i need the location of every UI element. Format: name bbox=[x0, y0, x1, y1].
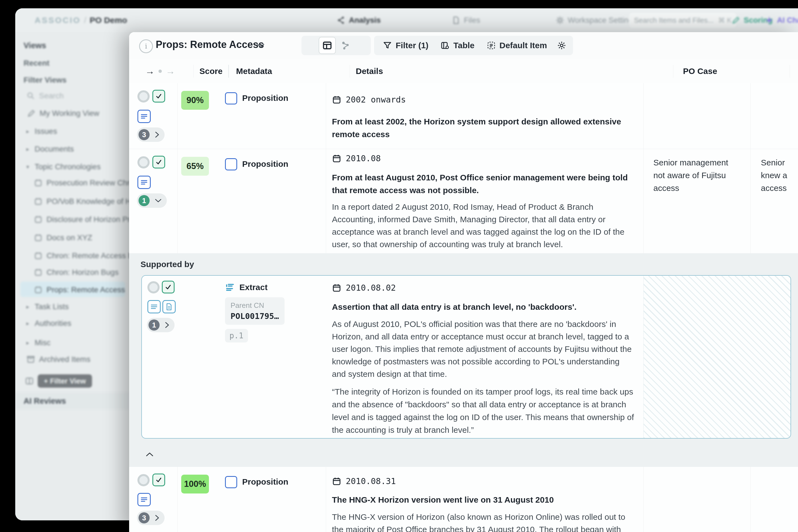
nav-workspace-settings[interactable]: Workspace Settings bbox=[555, 8, 637, 32]
column-header-po-case[interactable]: PO Case bbox=[673, 65, 790, 78]
sidebar-section-label: Authorities bbox=[35, 319, 71, 328]
document-icon[interactable] bbox=[163, 300, 176, 314]
checked-checkbox-icon[interactable] bbox=[162, 281, 174, 293]
status-circle-icon[interactable] bbox=[147, 281, 159, 293]
row-pm-case-cell[interactable]: Senior knew a access bbox=[750, 149, 798, 253]
links-badge[interactable]: 3 bbox=[137, 128, 165, 142]
chevron-down-icon bbox=[154, 197, 163, 204]
sidebar-section-misc[interactable]: ▸ Misc bbox=[26, 338, 51, 347]
score-badge[interactable]: 90% bbox=[181, 91, 209, 110]
collapse-supported-button[interactable] bbox=[144, 449, 155, 460]
arrow-right-icon[interactable]: → bbox=[145, 66, 155, 76]
sidebar-item-chron-6-selected[interactable]: Props: Remote Access bbox=[34, 285, 125, 294]
sidebar-item-archived[interactable]: Archived Items bbox=[26, 355, 90, 364]
proposition-checkbox[interactable] bbox=[225, 158, 237, 170]
links-badge[interactable]: 1 bbox=[147, 318, 174, 332]
checked-checkbox-icon[interactable] bbox=[152, 90, 165, 102]
links-badge-expanded[interactable]: 1 bbox=[137, 193, 167, 208]
chronology-icon bbox=[34, 251, 43, 260]
sidebar: Views Recent Filter Views Search My Work… bbox=[15, 32, 129, 520]
nav-files[interactable]: Files bbox=[452, 8, 480, 32]
notes-icon[interactable] bbox=[137, 493, 151, 506]
sidebar-search[interactable]: Search bbox=[26, 92, 64, 100]
column-header-metadata[interactable]: Metadata bbox=[228, 65, 350, 78]
hatched-na-area bbox=[643, 276, 791, 438]
page-chip[interactable]: p.1 bbox=[225, 329, 248, 342]
extract-type: Extract bbox=[225, 282, 268, 292]
search-icon bbox=[26, 92, 35, 100]
info-icon[interactable]: i bbox=[139, 39, 153, 53]
sidebar-section-authorities[interactable]: ▸ Authorities bbox=[26, 319, 71, 328]
column-header-pm-case[interactable]: PM Case bbox=[790, 65, 798, 78]
row-date: 2002 onwards bbox=[346, 95, 406, 104]
chevron-up-icon bbox=[145, 451, 154, 457]
arrow-right-muted-icon[interactable]: → bbox=[166, 66, 175, 76]
archive-box-icon bbox=[26, 355, 35, 364]
sidebar-item-filter-views[interactable]: Filter Views bbox=[23, 76, 66, 84]
sidebar-item-chron-0[interactable]: Prosecution Review Chron bbox=[34, 178, 138, 187]
table-view-toggle[interactable] bbox=[319, 37, 336, 54]
notes-icon[interactable] bbox=[137, 110, 151, 123]
screen: ASSOCIO / PO Demo Analysis Files Workspa… bbox=[0, 0, 798, 532]
status-circle-icon[interactable] bbox=[137, 156, 150, 169]
extract-type-label: Extract bbox=[240, 283, 268, 292]
status-circle-icon[interactable] bbox=[137, 90, 150, 102]
graph-nodes-icon bbox=[341, 40, 350, 51]
column-header-details[interactable]: Details bbox=[350, 65, 673, 78]
sidebar-header-ai-reviews[interactable]: AI Reviews bbox=[23, 397, 66, 406]
checked-checkbox-icon[interactable] bbox=[152, 474, 165, 486]
sidebar-section-topic-chronologies[interactable]: ▾ Topic Chronologies bbox=[26, 163, 100, 171]
row-pm-case-cell[interactable] bbox=[750, 467, 798, 532]
proposition-checkbox[interactable] bbox=[225, 476, 237, 488]
row-details-cell[interactable]: 2010.08 From at least August 2010, Post … bbox=[326, 149, 643, 253]
default-item-button[interactable]: Default Item bbox=[481, 36, 553, 55]
notes-icon[interactable] bbox=[147, 300, 161, 314]
panel-settings-button[interactable] bbox=[553, 36, 570, 55]
table-settings-button[interactable]: Table bbox=[435, 36, 480, 55]
sidebar-header-views: Views bbox=[23, 41, 46, 50]
score-badge[interactable]: 100% bbox=[181, 475, 209, 493]
search-input[interactable]: Search Items and Files... ⌘ K bbox=[629, 13, 737, 28]
add-filter-view-button[interactable]: + Filter View bbox=[38, 374, 92, 388]
proposition-checkbox[interactable] bbox=[225, 92, 237, 104]
table-row[interactable]: 3 90% Proposition 2002 onwards Fro bbox=[129, 83, 798, 149]
row-details-cell[interactable]: 2010.08.31 The HNG-X Horizon version wen… bbox=[326, 467, 643, 532]
sidebar-item-working-view[interactable]: My Working View bbox=[27, 109, 99, 118]
row-po-case-cell[interactable] bbox=[643, 83, 750, 149]
table-row[interactable]: 3 100% Proposition 2010.08.31 The bbox=[129, 467, 798, 532]
row-details-cell[interactable]: 2002 onwards From at least 2002, the Hor… bbox=[326, 83, 643, 149]
sidebar-item-recent[interactable]: Recent bbox=[23, 59, 49, 68]
row-pm-case-cell[interactable] bbox=[750, 83, 798, 149]
sidebar-item-chron-3[interactable]: Docs on XYZ bbox=[34, 233, 92, 242]
row-po-case-cell[interactable]: Senior management not aware of Fujitsu a… bbox=[643, 149, 750, 253]
panel-title[interactable]: Props: Remote Access bbox=[156, 39, 264, 51]
global-search[interactable]: Search Items and Files... ⌘ K bbox=[629, 8, 737, 32]
score-badge[interactable]: 65% bbox=[181, 157, 209, 176]
sidebar-section-label: Task Lists bbox=[35, 302, 69, 311]
triangle-right-icon: ▸ bbox=[26, 303, 31, 310]
sidebar-item-chron-5[interactable]: Chron: Horizon Bugs bbox=[34, 268, 119, 277]
graph-view-toggle[interactable] bbox=[338, 37, 354, 54]
app-logo[interactable]: ASSOCIO / PO Demo bbox=[35, 8, 127, 32]
checked-checkbox-icon[interactable] bbox=[152, 156, 165, 169]
sidebar-item-chron-4[interactable]: Chron: Remote Access Evid bbox=[34, 251, 143, 260]
sidebar-search-placeholder: Search bbox=[39, 92, 64, 100]
nav-analysis[interactable]: Analysis bbox=[337, 8, 381, 32]
row-po-case-cell[interactable] bbox=[643, 467, 750, 532]
extract-card[interactable]: 1 Extract Parent CN POL001795… p.1 bbox=[141, 275, 791, 439]
row-metadata-cell: Proposition bbox=[212, 467, 326, 532]
filter-button[interactable]: Filter (1) bbox=[377, 36, 435, 55]
sidebar-section-documents[interactable]: ▸ Documents bbox=[26, 145, 74, 153]
sidebar-section-issues[interactable]: ▸ Issues bbox=[26, 127, 57, 136]
sidebar-section-task-lists[interactable]: ▸ Task Lists bbox=[26, 302, 69, 311]
status-circle-icon[interactable] bbox=[137, 474, 150, 486]
parent-cn-chip[interactable]: Parent CN POL001795… bbox=[225, 297, 285, 325]
sidebar-item-label: Archived Items bbox=[39, 355, 90, 364]
chevron-down-icon[interactable] bbox=[256, 43, 265, 49]
table-row[interactable]: 1 65% Proposition 2010.08 From at bbox=[129, 149, 798, 253]
links-badge[interactable]: 3 bbox=[137, 511, 165, 525]
column-header-score[interactable]: Score bbox=[193, 65, 228, 78]
notes-icon[interactable] bbox=[137, 176, 151, 189]
ai-chat-button[interactable]: AI Chat bbox=[765, 8, 798, 32]
project-name[interactable]: PO Demo bbox=[90, 16, 127, 25]
